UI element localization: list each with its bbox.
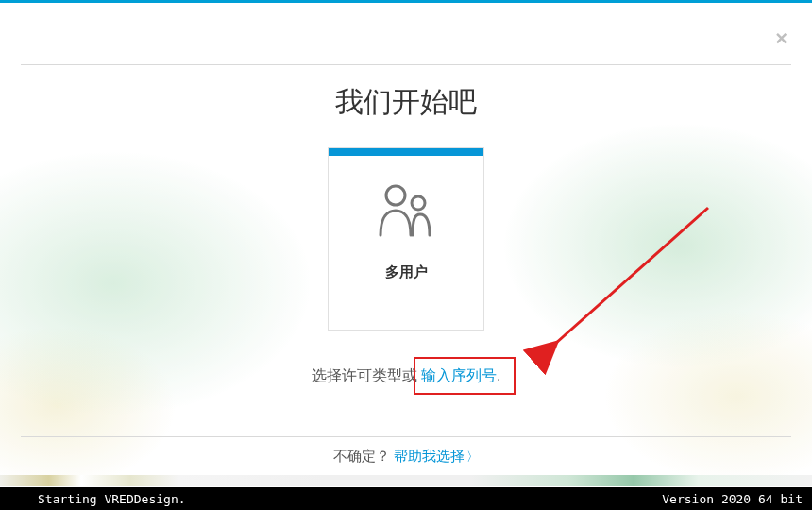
chevron-right-icon: 〉 [466,450,479,464]
window-bottom-art-strip [0,475,812,486]
close-icon[interactable]: × [775,28,787,49]
card-accent-bar [329,148,483,156]
divider-top [21,64,791,65]
status-bar: Starting VREDDesign. Version 2020 64 bit [0,487,812,510]
license-option-multiuser[interactable]: 多用户 [328,147,484,331]
divider-bottom [21,436,791,437]
prompt-prefix: 选择许可类型或 [312,367,421,383]
card-label: 多用户 [385,264,428,281]
svg-line-2 [538,208,708,359]
multiuser-icon [375,182,437,241]
status-left: Starting VREDDesign. [38,492,186,506]
status-right: Version 2020 64 bit [662,492,803,506]
help-me-choose-link[interactable]: 帮助我选择 [394,448,465,464]
annotation-arrow [510,189,755,378]
license-prompt: 选择许可类型或 输入序列号. [0,366,812,386]
footer-prefix: 不确定？ [333,448,390,464]
footer-help: 不确定？ 帮助我选择〉 [0,448,812,466]
window-top-accent [0,0,812,3]
enter-serial-link[interactable]: 输入序列号 [421,367,497,383]
svg-point-0 [386,186,405,205]
prompt-suffix: . [497,367,500,383]
page-title: 我们开始吧 [0,83,812,122]
svg-point-1 [412,196,425,210]
